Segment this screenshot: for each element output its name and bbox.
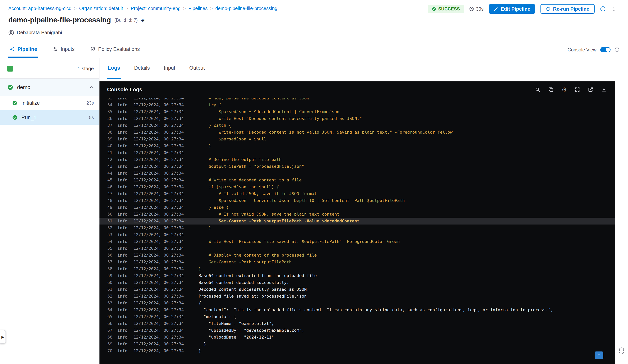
stage-name: demo xyxy=(17,84,30,90)
log-timestamp: 12/12/2024, 00:27:34 xyxy=(134,98,184,102)
chevron-up-icon[interactable] xyxy=(89,85,94,90)
log-line-number: 56 xyxy=(104,252,112,259)
tab-input[interactable]: Input xyxy=(163,58,176,79)
log-message: "uploadDate": "2024-12-11" xyxy=(199,334,274,341)
log-line: 43 info 12/12/2024, 00:27:34 $outputFile… xyxy=(99,163,615,170)
log-line: 45 info 12/12/2024, 00:27:34 # Write the… xyxy=(99,177,615,184)
step-row[interactable]: Initialize 23s xyxy=(0,96,99,110)
log-level: info xyxy=(117,320,127,327)
sidebar-expander-button[interactable]: ▶ xyxy=(0,330,6,344)
tab-output[interactable]: Output xyxy=(188,58,205,79)
log-timestamp: 12/12/2024, 00:27:34 xyxy=(134,259,184,266)
log-message: Write-Host "Decoded content is not valid… xyxy=(199,129,453,136)
rerun-pipeline-button[interactable]: Re-run Pipeline xyxy=(541,4,595,14)
log-line-number: 70 xyxy=(104,348,112,354)
log-timestamp: 12/12/2024, 00:27:34 xyxy=(134,211,184,218)
breadcrumb-separator: > xyxy=(74,6,77,11)
step-success-icon xyxy=(12,115,17,120)
log-timestamp: 12/12/2024, 00:27:34 xyxy=(134,143,184,149)
page-title: demo-pipeline-file-processing xyxy=(8,16,111,24)
log-message: Decoded content successfully parsed as J… xyxy=(199,286,309,293)
log-timestamp: 12/12/2024, 00:27:34 xyxy=(134,286,184,293)
log-level: info xyxy=(117,108,127,115)
toggle-knob xyxy=(606,48,610,52)
log-line: 50 info 12/12/2024, 00:27:34 # If not va… xyxy=(99,211,615,218)
log-line: 65 info 12/12/2024, 00:27:34 "metadata":… xyxy=(99,313,615,320)
log-timestamp: 12/12/2024, 00:27:34 xyxy=(134,313,184,320)
stage-row-demo[interactable]: demo xyxy=(0,79,99,96)
support-headset-icon[interactable] xyxy=(618,347,625,354)
fullscreen-icon[interactable] xyxy=(574,87,580,92)
log-line: 62 info 12/12/2024, 00:27:34 Processed f… xyxy=(99,293,615,300)
log-line: 57 info 12/12/2024, 00:27:34 Get-Content… xyxy=(99,259,615,266)
edit-pipeline-button[interactable]: Edit Pipeline xyxy=(489,4,535,14)
info-icon[interactable] xyxy=(600,6,606,12)
log-timestamp: 12/12/2024, 00:27:34 xyxy=(134,266,184,272)
console-view-cluster: Console View xyxy=(568,42,620,58)
log-viewport[interactable]: 33 info 12/12/2024, 00:27:34 # Now, pars… xyxy=(99,98,615,364)
log-line: 40 info 12/12/2024, 00:27:34 } xyxy=(99,143,615,149)
log-line-number: 34 xyxy=(104,102,112,108)
log-timestamp: 12/12/2024, 00:27:34 xyxy=(134,320,184,327)
console-view-label: Console View xyxy=(568,47,597,53)
log-level: info xyxy=(117,163,127,170)
log-line-number: 39 xyxy=(104,136,112,143)
console-logs-title: Console Logs xyxy=(107,86,142,93)
log-line: 69 info 12/12/2024, 00:27:34 } xyxy=(99,341,615,348)
copy-logs-icon[interactable] xyxy=(548,87,554,92)
step-name: Run_1 xyxy=(21,115,36,121)
breadcrumb-separator: > xyxy=(183,6,186,11)
log-line-number: 58 xyxy=(104,266,112,272)
step-row[interactable]: Run_1 5s xyxy=(0,110,99,125)
user-name: Debabrata Panigrahi xyxy=(17,30,62,35)
log-line: 56 info 12/12/2024, 00:27:34 # Display t… xyxy=(99,252,615,259)
log-message: "fileName": "example.txt", xyxy=(199,320,274,327)
log-timestamp: 12/12/2024, 00:27:34 xyxy=(134,252,184,259)
log-level: info xyxy=(117,341,127,348)
tab-pipeline-label: Pipeline xyxy=(17,46,37,52)
log-level: info xyxy=(117,102,127,108)
console-view-toggle[interactable] xyxy=(600,47,611,52)
tab-policy-evaluations[interactable]: Policy Evaluations xyxy=(89,42,141,58)
log-message: } else { xyxy=(199,204,229,211)
tab-inputs[interactable]: Inputs xyxy=(52,42,76,58)
log-line-number: 48 xyxy=(104,197,112,204)
log-line-number: 67 xyxy=(104,327,112,334)
status-label: SUCCESS xyxy=(438,6,460,11)
breadcrumb-link[interactable]: Pipelines xyxy=(188,6,208,11)
settings-gear-icon[interactable]: ⚙ xyxy=(561,86,567,93)
breadcrumb-link[interactable]: Project: community-eng xyxy=(131,6,181,11)
breadcrumb-link[interactable]: Account: app-harness-ng-cicd xyxy=(8,6,71,11)
more-options-icon[interactable] xyxy=(611,6,617,11)
expander-arrow-icon: ▶ xyxy=(1,335,4,339)
scroll-to-top-button[interactable]: ↑ xyxy=(595,352,603,359)
log-line: 68 info 12/12/2024, 00:27:34 "uploadDate… xyxy=(99,334,615,341)
stage-minimap-square[interactable] xyxy=(7,66,13,72)
execution-diamond-icon: ◈ xyxy=(141,17,145,23)
log-level: info xyxy=(117,136,127,143)
log-timestamp: 12/12/2024, 00:27:34 xyxy=(134,300,184,306)
breadcrumb-link[interactable]: Organization: default xyxy=(79,6,123,11)
log-level: info xyxy=(117,334,127,341)
search-icon[interactable] xyxy=(535,87,541,92)
log-level: info xyxy=(117,259,127,266)
log-message: Write-Host "Processed file saved at: $ou… xyxy=(199,238,400,245)
log-timestamp: 12/12/2024, 00:27:34 xyxy=(134,177,184,184)
step-duration: 23s xyxy=(86,100,94,106)
status-badge: SUCCESS xyxy=(428,5,464,13)
tab-logs[interactable]: Logs xyxy=(107,58,121,79)
triggered-by: Debabrata Panigrahi xyxy=(8,30,62,35)
tab-details[interactable]: Details xyxy=(134,58,151,79)
log-line: 33 info 12/12/2024, 00:27:34 # Now, pars… xyxy=(99,98,615,102)
log-line: 64 info 12/12/2024, 00:27:34 "content": … xyxy=(99,306,615,313)
log-line-number: 64 xyxy=(104,306,112,313)
open-in-new-icon[interactable] xyxy=(588,87,593,92)
header-actions: SUCCESS 30s Edit Pipeline Re-run Pipelin… xyxy=(428,4,617,14)
tab-pipeline[interactable]: Pipeline xyxy=(8,42,38,58)
console-view-info-icon[interactable] xyxy=(614,47,620,52)
log-line: 67 info 12/12/2024, 00:27:34 "uploadedBy… xyxy=(99,327,615,334)
download-logs-icon[interactable] xyxy=(601,87,607,92)
inputs-icon xyxy=(53,47,58,52)
log-level: info xyxy=(117,115,127,122)
breadcrumb-link[interactable]: demo-pipeline-file-processing xyxy=(215,6,277,11)
